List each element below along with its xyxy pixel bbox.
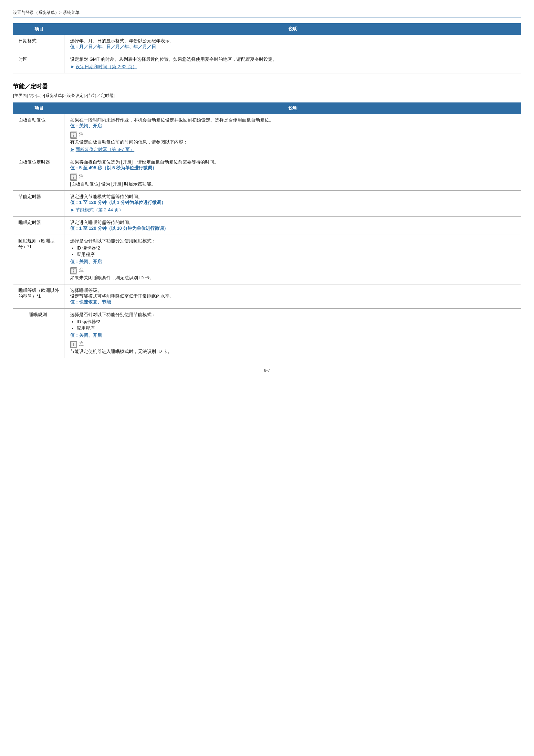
table-row: 面板复位定时器 如果将面板自动复位选为 [开启]，请设定面板自动复位前需要等待的… [13, 156, 521, 191]
main-row4-desc: 选择是否针对以下功能分别使用睡眠模式： ID 读卡器*2 应用程序 值：关闭、开… [65, 235, 521, 284]
sub-row-note-text: 节能设定使机器进入睡眠模式时，无法识别 ID 卡。 [70, 349, 172, 354]
table-row: 日期格式 选择年、月、日的显示格式。年份以公元纪年表示。 值：月／日／年、日／月… [13, 35, 521, 53]
main-row0-link[interactable]: ➤ 面板复位定时器（第 8-7 页） [70, 147, 516, 152]
list-item: ID 读卡器*2 [77, 245, 516, 251]
sub-row-bullets: ID 读卡器*2 应用程序 [77, 319, 516, 331]
note-icon [70, 341, 77, 348]
main-row1-item: 面板复位定时器 [13, 156, 65, 191]
sub-row-desc: 选择是否针对以下功能分别使用节能模式： ID 读卡器*2 应用程序 值：关闭、开… [65, 309, 521, 358]
svg-point-1 [73, 133, 74, 134]
top-row1-item: 日期格式 [13, 35, 65, 53]
note-label: 注 [79, 132, 84, 137]
top-row2-item: 时区 [13, 53, 65, 73]
main-row4-bullets: ID 读卡器*2 应用程序 [77, 245, 516, 257]
sub-row-value: 值：关闭、开启 [70, 333, 102, 338]
top-row2-link-text[interactable]: 设定日期和时间（第 2-32 页） [76, 64, 137, 70]
top-row2-desc-text: 设定相对 GMT 的时差。从列表中选择最近的位置。如果您选择使用夏令时的地区，请… [70, 57, 277, 62]
main-table-col1-header: 项目 [13, 103, 65, 114]
arrow-icon: ➤ [70, 207, 74, 213]
list-item: ID 读卡器*2 [77, 319, 516, 325]
svg-point-4 [73, 176, 74, 176]
table-row: 睡眠规则（欧洲型号）*1 选择是否针对以下功能分别使用睡眠模式： ID 读卡器*… [13, 235, 521, 284]
main-row4-item: 睡眠规则（欧洲型号）*1 [13, 235, 65, 284]
main-row5-item: 睡眠等级（欧洲以外的型号）*1 [13, 284, 65, 309]
table-row: 睡眠规则 选择是否针对以下功能分别使用节能模式： ID 读卡器*2 应用程序 值… [13, 309, 521, 358]
note-icon [70, 132, 77, 139]
nav-path: [主界面] 键>[...]>[系统菜单]>[设备设定]>[节能／定时器] [13, 93, 521, 98]
main-row1-desc: 如果将面板自动复位选为 [开启]，请设定面板自动复位前需要等待的时间。 值：5 … [65, 156, 521, 191]
note-block: 注 [70, 267, 516, 274]
breadcrumb: 设置与登录（系统菜单）> 系统菜单 [13, 10, 521, 17]
top-row2-desc: 设定相对 GMT 的时差。从列表中选择最近的位置。如果您选择使用夏令时的地区，请… [65, 53, 521, 73]
note-icon [70, 174, 77, 181]
top-row1-desc: 选择年、月、日的显示格式。年份以公元纪年表示。 值：月／日／年、日／月／年、年／… [65, 35, 521, 53]
main-row4-note-text: 如果未关闭睡眠条件，则无法识别 ID 卡。 [70, 275, 154, 280]
section-title: 节能／定时器 [13, 82, 521, 90]
main-table: 项目 说明 面板自动复位 如果在一段时间内未运行作业，本机会自动复位设定并返回到… [13, 102, 521, 358]
svg-point-7 [73, 269, 74, 270]
main-row4-value: 值：关闭、开启 [70, 259, 102, 264]
note-block: 注 [70, 174, 516, 181]
top-table: 项目 说明 日期格式 选择年、月、日的显示格式。年份以公元纪年表示。 值：月／日… [13, 23, 521, 73]
top-table-col1-header: 项目 [13, 24, 65, 35]
sub-row-item: 睡眠规则 [13, 309, 65, 358]
main-row3-desc: 设定进入睡眠前需等待的时间。 值：1 至 120 分钟（以 10 分钟为单位进行… [65, 217, 521, 235]
main-row1-note-text: [面板自动复位] 设为 [开启] 时显示该功能。 [70, 181, 156, 186]
note-label: 注 [79, 341, 84, 347]
note-block: 注 [70, 341, 516, 348]
arrow-icon: ➤ [70, 147, 74, 152]
main-row3-value: 值：1 至 120 分钟（以 10 分钟为单位进行微调） [70, 226, 168, 231]
note-icon [70, 267, 77, 274]
table-row: 面板自动复位 如果在一段时间内未运行作业，本机会自动复位设定并返回到初始设定。选… [13, 114, 521, 156]
main-row2-item: 节能定时器 [13, 191, 65, 217]
main-row0-value: 值：关闭、开启 [70, 123, 102, 128]
main-row0-item: 面板自动复位 [13, 114, 65, 156]
main-row2-link-text[interactable]: 节能模式（第 2-44 页） [76, 207, 123, 213]
table-row: 时区 设定相对 GMT 的时差。从列表中选择最近的位置。如果您选择使用夏令时的地… [13, 53, 521, 73]
table-row: 睡眠定时器 设定进入睡眠前需等待的时间。 值：1 至 120 分钟（以 10 分… [13, 217, 521, 235]
main-table-col2-header: 说明 [65, 103, 521, 114]
top-row1-desc-text: 选择年、月、日的显示格式。年份以公元纪年表示。 [70, 38, 174, 43]
main-row2-link[interactable]: ➤ 节能模式（第 2-44 页） [70, 207, 516, 213]
main-row1-desc-text: 如果将面板自动复位选为 [开启]，请设定面板自动复位前需要等待的时间。 [70, 159, 219, 165]
page-footer: 8-7 [13, 368, 521, 373]
svg-rect-2 [73, 135, 74, 137]
top-row2-link[interactable]: ➤ 设定日期和时间（第 2-32 页） [70, 64, 516, 70]
svg-rect-8 [73, 271, 74, 273]
table-row: 节能定时器 设定进入节能模式前需等待的时间。 值：1 至 120 分钟（以 1 … [13, 191, 521, 217]
main-row5-value: 值：快速恢复、节能 [70, 299, 111, 305]
svg-point-10 [73, 343, 74, 343]
note-label: 注 [79, 174, 84, 179]
sub-row-desc-text: 选择是否针对以下功能分别使用节能模式： [70, 312, 156, 317]
table-row: 睡眠等级（欧洲以外的型号）*1 选择睡眠等级。设定节能模式可将能耗降低至低于正常… [13, 284, 521, 309]
list-item: 应用程序 [77, 325, 516, 331]
main-row5-desc-text: 选择睡眠等级。设定节能模式可将能耗降低至低于正常睡眠的水平。 [70, 288, 174, 299]
main-row2-value: 值：1 至 120 分钟（以 1 分钟为单位进行微调） [70, 200, 166, 205]
note-block: 注 [70, 132, 516, 139]
svg-rect-11 [73, 344, 74, 346]
arrow-icon: ➤ [70, 64, 74, 70]
main-row5-desc: 选择睡眠等级。设定节能模式可将能耗降低至低于正常睡眠的水平。 值：快速恢复、节能 [65, 284, 521, 309]
main-row0-note-text: 有关设定面板自动复位前的时间的信息，请参阅以下内容： [70, 139, 188, 145]
main-row2-desc: 设定进入节能模式前需等待的时间。 值：1 至 120 分钟（以 1 分钟为单位进… [65, 191, 521, 217]
svg-rect-5 [73, 177, 74, 179]
main-row0-link-text[interactable]: 面板复位定时器（第 8-7 页） [76, 147, 134, 152]
main-row3-desc-text: 设定进入睡眠前需等待的时间。 [70, 220, 134, 225]
main-row1-value: 值：5 至 495 秒（以 5 秒为单位进行微调） [70, 165, 157, 170]
main-row0-desc: 如果在一段时间内未运行作业，本机会自动复位设定并返回到初始设定。选择是否使用面板… [65, 114, 521, 156]
main-row2-desc-text: 设定进入节能模式前需等待的时间。 [70, 194, 142, 199]
top-section: 项目 说明 日期格式 选择年、月、日的显示格式。年份以公元纪年表示。 值：月／日… [13, 23, 521, 73]
main-row4-desc-text: 选择是否针对以下功能分别使用睡眠模式： [70, 238, 156, 243]
note-label: 注 [79, 267, 84, 273]
main-row3-item: 睡眠定时器 [13, 217, 65, 235]
main-row0-desc-text: 如果在一段时间内未运行作业，本机会自动复位设定并返回到初始设定。选择是否使用面板… [70, 117, 274, 122]
list-item: 应用程序 [77, 252, 516, 257]
top-row1-value: 值：月／日／年、日／月／年、年／月／日 [70, 44, 156, 49]
top-table-col2-header: 说明 [65, 24, 521, 35]
